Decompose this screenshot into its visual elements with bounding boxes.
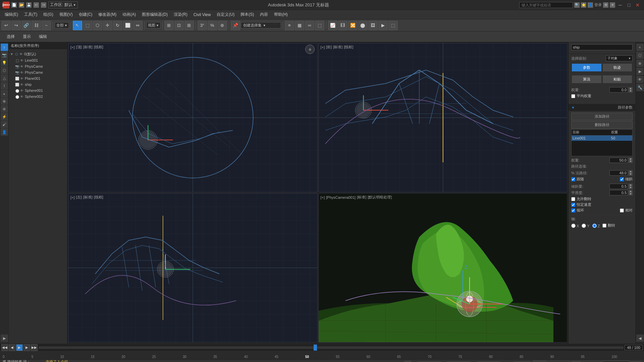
visibility-icon[interactable]: 👁 [20,71,23,74]
render-setup-btn[interactable]: 🖼 [368,21,378,30]
axis-y-radio[interactable] [582,224,586,228]
menu-graph-editor[interactable]: 图形编辑器(D) [139,11,170,18]
follow-pct-down[interactable]: ▼ [629,173,633,176]
curve-editor-btn[interactable]: 📈 [328,21,337,30]
tab-edit[interactable]: 编辑 [36,33,50,40]
app-logo[interactable]: 3MAX [3,2,9,8]
search-input[interactable] [519,2,573,8]
viewport-camera[interactable]: [+] [PhysCamera001] [标准] [默认明暗处理] [318,193,568,343]
menu-render[interactable]: 渲染(R) [171,11,190,18]
lock-btn[interactable]: 🔒 [405,361,411,362]
move-tool[interactable]: ✛ [103,21,112,30]
tool-light[interactable]: 💡 [1,59,8,66]
spinner-snap-tool[interactable]: ⊛ [218,21,227,30]
tilt-amt-input[interactable] [609,184,628,189]
vp-view-cam[interactable]: [PhysCamera001] [326,195,356,199]
menu-edit[interactable]: 编辑(E) [2,11,21,18]
tool-helpers[interactable]: ⊕ [1,98,8,105]
select-lasso-tool[interactable]: ⬡ [93,21,102,30]
maximize-btn[interactable]: □ [625,1,633,9]
rt-modify[interactable]: ⬡ [636,52,644,59]
snap-tool[interactable]: ⊡ [174,21,184,30]
rt-hierarchy[interactable]: ⊕ [636,60,644,67]
next-key-btn[interactable]: ▶ [23,344,30,351]
dope-sheet-btn[interactable]: 🎞 [338,21,347,30]
tool-expand-right[interactable]: ▶ [1,335,8,342]
follow-pct-input[interactable] [609,170,628,176]
rt-motion[interactable]: ▶ [636,68,644,75]
mirror-tool[interactable]: ⇔ [133,21,143,30]
tool-populate[interactable]: 👤 [1,128,8,136]
create-selection-btn[interactable]: 创建选择集 ▼ [241,22,281,28]
axis-z-radio[interactable] [592,224,597,228]
view-dropdown[interactable]: 视图 ▼ [146,22,161,28]
tool-bones[interactable]: ⬥ [1,90,8,97]
tilt-amt-down[interactable]: ▼ [629,186,633,189]
add-key-btn[interactable]: 添加时间标记 [602,361,629,362]
tool-spline[interactable]: ⌇ [1,82,8,89]
tool-move[interactable]: ↑ [1,44,8,51]
track-btn[interactable]: 轨迹 [603,64,632,71]
tool-paint[interactable]: 🖌 [1,121,8,128]
menu-view[interactable]: 视图(V) [57,11,75,18]
menu-modifier[interactable]: 修改器(M) [96,11,119,18]
tree-item-physcam2[interactable]: 📷 👁 PhysCame [9,69,67,75]
menu-group[interactable]: 组(G) [41,11,56,18]
smooth-down[interactable]: ▼ [629,193,633,195]
paste-btn[interactable]: 粘贴 [603,75,632,83]
snap2d-tool[interactable]: ⊞ [184,21,194,30]
prev-key-btn[interactable]: ◀ [9,344,15,351]
layer-mgr-btn[interactable]: ▦ [295,21,304,30]
angle-snap-tool[interactable]: 3° [198,21,207,30]
tree-item-sphere002[interactable]: ⬤ 👁 Sphere002 [9,94,67,100]
play-btn[interactable]: ▶ [16,344,23,351]
undo-btn[interactable]: ↩ [34,2,39,8]
tree-item-ship[interactable]: ⬜ 👁 ship [9,81,67,87]
add-path-btn[interactable]: 添加路径 [571,113,633,120]
tree-item-layer0[interactable]: ▼ ⬡ 👁 0(默认) [9,51,67,57]
weight-down[interactable]: ▼ [629,90,633,93]
search-btn[interactable]: 🔍 [574,2,580,8]
tab-display[interactable]: 显示 [20,33,34,40]
vp-std-top[interactable]: [标准] [83,45,93,50]
vp-view-top[interactable]: [顶] [76,45,82,50]
quick-render-btn[interactable]: ▶ [378,21,388,30]
prev-frame-btn[interactable]: ◀◀ [1,344,8,351]
tree-item-physcam1[interactable]: 📷 👁 PhysCame [9,63,67,69]
path-row-line001[interactable]: Line001 50 [572,135,632,141]
unlink-tool[interactable]: ⛓ [32,21,41,30]
vp-wire-front[interactable]: [线框] [344,45,353,50]
viewport-front[interactable]: [+] [前] [标准] [线框] [318,43,568,192]
layers-btn[interactable]: ≡ [285,21,294,30]
save-btn[interactable]: 💾 [26,2,32,8]
tab-select[interactable]: 选择 [4,33,17,40]
loop-checkbox[interactable] [571,208,575,213]
schematic-btn[interactable]: 🔀 [348,21,358,30]
open-btn[interactable]: 📂 [19,2,24,8]
tree-item-sphere001[interactable]: ⬤ 👁 Sphere001 [9,87,67,94]
filter-dropdown[interactable]: 全部 ▼ [55,22,69,28]
banking-checkbox[interactable] [571,177,575,181]
vp-std-left[interactable]: [标准] [83,195,93,200]
vp-plus-cam[interactable]: [+] [321,195,325,199]
menu-script[interactable]: 脚本(S) [238,11,257,18]
bind-tool[interactable]: ~ [42,21,51,30]
viewport-nav-top[interactable]: ⊕ [305,45,315,54]
tool-reactor[interactable]: ⚡ [1,113,8,120]
path-params-header[interactable]: ▼ 路径参数 [569,104,635,111]
vp-plus-left[interactable]: [+] [70,195,75,199]
rt-display[interactable]: 👁 [636,76,644,83]
tilt-checkbox[interactable] [620,177,624,181]
relative-checkbox[interactable] [620,208,624,213]
undo-tool[interactable]: ↩ [1,21,11,30]
weight2-down[interactable]: ▼ [629,160,633,163]
copy-btn[interactable]: 算法 [572,75,601,83]
visibility-icon[interactable]: 👁 [20,65,23,68]
menu-content[interactable]: 内容 [257,11,271,18]
sub-object-dropdown[interactable]: 子对象 ▼ [606,55,633,61]
scene-explorer-btn[interactable]: ⬚ [315,21,324,30]
redo-btn[interactable]: ↪ [41,2,46,8]
workspace-selector[interactable]: 工作区: 默认 ▼ [48,1,78,8]
vp-plus-front[interactable]: [+] [321,45,325,49]
visibility-icon[interactable]: 👁 [20,83,23,86]
